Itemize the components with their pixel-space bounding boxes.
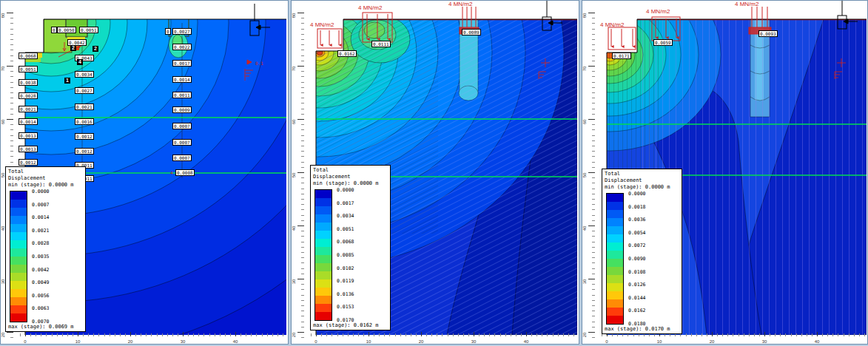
legend-value: 0.0000 (337, 187, 354, 193)
legend-max-label: max (stage): 0.0162 m (313, 322, 388, 329)
legend-value: 0.0054 (628, 230, 645, 236)
legend-value: 0.0136 (337, 291, 354, 297)
legend-value: 0.0063 (32, 305, 49, 311)
legend-value: 0.0126 (628, 282, 645, 288)
legend-value: 0.0072 (628, 242, 645, 248)
legend-value: 0.0000 (32, 189, 49, 194)
distributed-load-1 (317, 29, 342, 48)
legend-value: 0.0049 (32, 279, 49, 285)
model-window-stage2[interactable]: 4 MN/m24 MN/m24 MN/m2 0.01620.01110.0089… (291, 0, 579, 345)
legend-values: 0.00000.00070.00140.00210.00280.00350.00… (32, 191, 81, 321)
legend-value: 0.0144 (628, 295, 645, 301)
legend-value: 0.0162 (628, 308, 645, 313)
legend-title-2: Displacement (313, 174, 388, 180)
legend-colorbar (10, 191, 27, 322)
legend-total-displacement: Total Displacement min (stage): 0.0000 m… (310, 165, 391, 330)
legend-value: 0.0000 (628, 191, 645, 197)
legend-value: 0.0108 (628, 269, 645, 275)
legend-value: 0.0035 (32, 254, 49, 260)
horizontal-ruler-major (316, 332, 576, 336)
legend-colorbar (314, 189, 332, 321)
legend-values: 0.00000.00170.00340.00510.00680.00850.01… (337, 189, 386, 319)
model-window-stage1[interactable]: 00.00500.00510.00420.00680.00510.00380.0… (0, 0, 289, 345)
legend-value: 0.0056 (32, 293, 49, 299)
legend-title-1: Total (313, 167, 388, 174)
legend-value: 0.0007 (32, 202, 49, 208)
horizontal-ruler-major (25, 332, 286, 336)
legend-min-label: min (stage): 0.0000 m (8, 182, 84, 189)
legend-value: 0.0021 (32, 228, 49, 234)
legend-values: 0.00000.00180.00360.00540.00720.00900.01… (628, 193, 677, 323)
model-window-stage3[interactable]: 4 MN/m24 MN/m24 MN/m2 0.01710.00590.0093… (582, 0, 868, 345)
mdi-workspace: 00.00500.00510.00420.00680.00510.00380.0… (0, 0, 868, 346)
legend-value: 0.0090 (628, 256, 645, 262)
legend-value: 0.0051 (337, 226, 354, 232)
vertical-ruler-major (297, 13, 304, 338)
vertical-ruler-major (588, 13, 595, 338)
legend-value: 0.0036 (628, 217, 645, 223)
legend-title-2: Displacement (605, 177, 680, 184)
legend-value: 0.0017 (337, 200, 354, 206)
legend-max-label: max (stage): 0.0170 m (605, 326, 680, 333)
distributed-load-2 (363, 13, 392, 42)
legend-value: 0.0042 (32, 267, 49, 273)
legend-total-displacement: Total Displacement min (stage): 0.0000 m… (5, 166, 86, 332)
legend-value: 0.0085 (337, 252, 354, 258)
legend-colorbar (606, 193, 624, 325)
legend-total-displacement: Total Displacement min (stage): 0.0000 m… (602, 169, 682, 334)
legend-min-label: min (stage): 0.0000 m (605, 184, 680, 191)
legend-value: 0.0119 (337, 278, 354, 284)
legend-value: 0.0068 (337, 239, 354, 245)
legend-title-1: Total (8, 169, 84, 175)
legend-value: 0.0018 (628, 204, 645, 210)
legend-value: 0.0028 (32, 240, 49, 246)
legend-title-2: Displacement (8, 175, 84, 182)
legend-value: 0.0170 (337, 317, 354, 323)
legend-value: 0.0153 (337, 304, 354, 310)
legend-value: 0.0070 (32, 319, 49, 325)
legend-title-1: Total (605, 171, 680, 177)
legend-value: 0.0102 (337, 265, 354, 271)
distributed-load-1 (608, 27, 636, 50)
legend-value: 0.0180 (628, 321, 645, 327)
legend-value: 0.0034 (337, 213, 354, 219)
legend-min-label: min (stage): 0.0000 m (313, 180, 388, 187)
legend-max-label: max (stage): 0.0069 m (8, 324, 84, 330)
legend-value: 0.0014 (32, 214, 49, 220)
